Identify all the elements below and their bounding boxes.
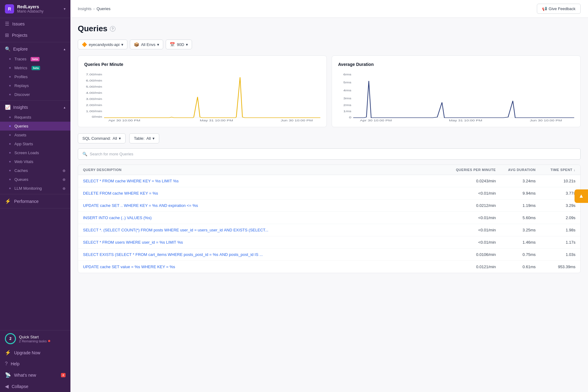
- search-input[interactable]: [90, 152, 576, 156]
- top-bar: Insights › Queries 📢 Give Feedback: [70, 0, 588, 18]
- projects-icon: ⊞: [5, 32, 9, 38]
- org-dropdown-icon[interactable]: ▾: [64, 7, 66, 11]
- svg-text:2ms: 2ms: [343, 104, 351, 107]
- th-time-spent[interactable]: TIME SPENT ↓: [536, 168, 575, 172]
- sidebar-item-app-starts[interactable]: App Starts: [0, 139, 70, 148]
- nav-dot: [9, 94, 11, 95]
- cell-avg: 1.46ms: [496, 240, 536, 245]
- sql-command-dropdown[interactable]: SQL Command: All ▾: [78, 133, 126, 143]
- nav-dot: [9, 125, 11, 127]
- help-icon-circle[interactable]: ?: [110, 26, 115, 32]
- svg-text:1.00/min: 1.00/min: [86, 110, 102, 113]
- give-feedback-button[interactable]: 📢 Give Feedback: [537, 4, 581, 14]
- sidebar-item-web-vitals[interactable]: Web Vitals: [0, 157, 70, 166]
- sidebar-item-discover[interactable]: Discover: [0, 90, 70, 99]
- table-row: INSERT INTO cache (..) VALUES (%s) <0.01…: [78, 212, 580, 224]
- cell-avg: 0.75ms: [496, 252, 536, 257]
- svg-text:3ms: 3ms: [343, 97, 351, 100]
- svg-text:0/min: 0/min: [92, 115, 102, 118]
- project-filter-button[interactable]: 🔶 eyecandyvids-api ▾: [78, 40, 127, 49]
- nav-dot: [9, 143, 11, 145]
- table-row: SELECT *. (SELECT COUNT(*) FROM posts WH…: [78, 224, 580, 236]
- cell-avg: 3.25ms: [496, 228, 536, 232]
- sidebar-item-whats-new[interactable]: 📡 What's new 2: [0, 369, 70, 381]
- sidebar-item-help[interactable]: ? Help: [0, 358, 70, 369]
- breadcrumb-separator: ›: [93, 6, 95, 11]
- svg-text:Jun 30 10:00 PM: Jun 30 10:00 PM: [281, 119, 313, 122]
- sidebar-item-projects[interactable]: ⊞ Projects: [0, 29, 70, 41]
- sidebar-item-performance[interactable]: ⚡ Performance: [0, 196, 70, 207]
- th-avg-duration: AVG DURATION: [496, 168, 536, 172]
- cell-avg: 1.19ms: [496, 203, 536, 208]
- charts-row: Queries Per Minute 7.00/min 6.00/min 5.0…: [78, 55, 581, 127]
- nav-dot: [9, 179, 11, 180]
- org-user: Mario Adabachy: [17, 9, 61, 13]
- env-icon: 📦: [134, 42, 139, 47]
- sidebar-item-screen-loads[interactable]: Screen Loads: [0, 148, 70, 157]
- query-text[interactable]: UPDATE cache SET value = %s WHERE KEY = …: [83, 265, 447, 269]
- quick-start-circle: 2: [5, 333, 16, 344]
- sidebar-item-llm-monitoring[interactable]: LLM Monitoring ⊕: [0, 184, 70, 193]
- query-text[interactable]: INSERT INTO cache (..) VALUES (%s): [83, 215, 447, 220]
- breadcrumb-current: Queries: [96, 6, 111, 11]
- traces-badge: beta: [31, 57, 40, 61]
- sidebar-item-queries[interactable]: Queries: [0, 122, 70, 131]
- query-text[interactable]: DELETE FROM cache WHERE KEY = %s: [83, 191, 447, 196]
- archer-icon: ▲: [579, 193, 584, 199]
- org-avatar: R: [5, 4, 14, 13]
- query-text[interactable]: SELECT EXISTS (SELECT * FROM cart_items …: [83, 252, 447, 257]
- sql-command-value: All: [113, 136, 117, 141]
- chart-icon: 📈: [5, 105, 11, 110]
- archer-widget[interactable]: ▲: [575, 189, 588, 203]
- table-dropdown[interactable]: Table: All ▾: [129, 133, 159, 143]
- sidebar-item-profiles[interactable]: Profiles: [0, 72, 70, 81]
- query-text[interactable]: SELECT *. (SELECT COUNT(*) FROM posts WH…: [83, 228, 447, 232]
- sidebar-section-explore[interactable]: 🔍 Explore ▴: [0, 44, 70, 55]
- sidebar-item-assets[interactable]: Assets: [0, 131, 70, 139]
- nav-dot: [9, 134, 11, 136]
- period-filter-button[interactable]: 📅 90D ▾: [166, 40, 192, 49]
- sidebar-item-upgrade[interactable]: ⚡ Upgrade Now: [0, 347, 70, 358]
- sidebar-section-insights[interactable]: 📈 Insights ▴: [0, 102, 70, 113]
- cell-qpm: <0.01/min: [447, 191, 496, 196]
- upgrade-icon: ⚡: [5, 350, 11, 356]
- sidebar-collapse[interactable]: ◀ Collapse: [0, 381, 70, 392]
- sidebar-item-replays[interactable]: Replays: [0, 81, 70, 90]
- dropdown-chevron: ▾: [153, 136, 155, 141]
- query-text[interactable]: UPDATE cache SET .. WHERE KEY = %s AND e…: [83, 203, 447, 208]
- sidebar-item-caches[interactable]: Caches ⊕: [0, 166, 70, 175]
- env-filter-button[interactable]: 📦 All Envs ▾: [130, 40, 163, 49]
- cell-time: 10.21s: [536, 179, 575, 183]
- page-title-row: Queries ?: [78, 24, 581, 33]
- calendar-icon: 📅: [170, 42, 175, 47]
- cell-qpm: 0.0121/min: [447, 265, 496, 269]
- dropdown-arrow: ▾: [157, 42, 159, 47]
- sidebar-item-issues[interactable]: ☰ Issues: [0, 18, 70, 29]
- sidebar-item-requests[interactable]: Requests: [0, 113, 70, 122]
- quick-start-item[interactable]: 2 Quick Start 2 Remaining tasks: [0, 330, 70, 347]
- sidebar-item-queues[interactable]: Queues ⊕: [0, 175, 70, 184]
- svg-text:3.00/min: 3.00/min: [86, 97, 102, 101]
- help-icon: ?: [5, 361, 8, 367]
- th-query-description: QUERY DESCRIPTION: [83, 168, 447, 172]
- cell-time: 1.17s: [536, 240, 575, 245]
- radio-icon: 📡: [5, 372, 11, 378]
- query-text[interactable]: SELECT * FROM cache WHERE KEY = %s LIMIT…: [83, 179, 447, 183]
- breadcrumb-parent-link[interactable]: Insights: [78, 6, 92, 11]
- th-queries-per-minute: QUERIES PER MINUTE: [447, 168, 496, 172]
- org-name: RedLayers: [17, 4, 61, 9]
- sidebar-item-metrics[interactable]: Metrics beta: [0, 63, 70, 72]
- cell-qpm: 0.0106/min: [447, 252, 496, 257]
- page-title: Queries: [78, 24, 107, 33]
- org-info: RedLayers Mario Adabachy: [17, 4, 61, 13]
- svg-text:Apr 30 10:00 PM: Apr 30 10:00 PM: [360, 119, 392, 122]
- sql-command-label: SQL Command:: [82, 136, 111, 141]
- sidebar-divider-2: [0, 100, 70, 101]
- svg-text:0: 0: [349, 116, 351, 119]
- nav-dot: [9, 85, 11, 86]
- sidebar-item-traces[interactable]: Traces beta: [0, 55, 70, 63]
- sidebar-header[interactable]: R RedLayers Mario Adabachy ▾: [0, 0, 70, 18]
- dropdown-arrow: ▾: [186, 42, 188, 47]
- query-text[interactable]: SELECT * FROM users WHERE user_id = %s L…: [83, 240, 447, 245]
- table-row: UPDATE cache SET .. WHERE KEY = %s AND e…: [78, 200, 580, 212]
